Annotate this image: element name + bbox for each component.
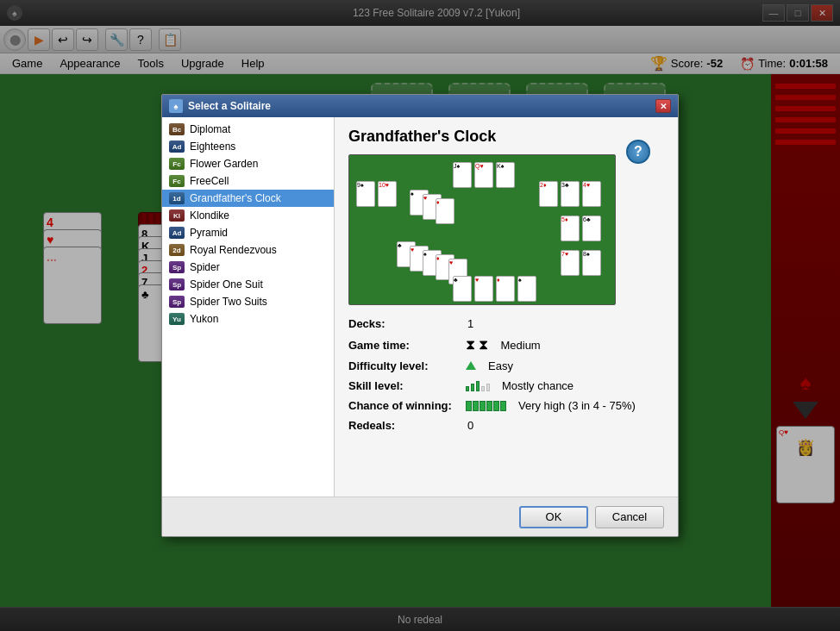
game-list-item[interactable]: 2dRoyal Rendezvous bbox=[162, 241, 334, 259]
game-detail-panel: Grandfather's Clock ? J♠ Q♥ K♠ 2♦ 3♣ 4♥ … bbox=[335, 117, 678, 497]
ok-button[interactable]: OK bbox=[519, 506, 588, 528]
stat-label-redeals: Redeals: bbox=[348, 419, 461, 432]
game-badge: Sp bbox=[169, 261, 185, 273]
preview-card: 10♥ bbox=[378, 181, 397, 207]
game-list-item[interactable]: AdEighteens bbox=[162, 138, 334, 155]
game-badge: Fc bbox=[169, 175, 185, 187]
game-list-item[interactable]: KlKlondike bbox=[162, 207, 334, 224]
game-name: Spider bbox=[190, 261, 220, 273]
game-list: BcDiplomatAdEighteensFcFlower GardenFcFr… bbox=[162, 117, 335, 497]
stat-row-skill: Skill level: Mostly chance bbox=[348, 379, 664, 392]
dialog-icon: ♠ bbox=[169, 99, 183, 113]
preview-card: K♠ bbox=[496, 162, 515, 188]
cancel-button[interactable]: Cancel bbox=[595, 506, 664, 528]
game-list-item[interactable]: SpSpider One Suit bbox=[162, 276, 334, 293]
game-name: Diplomat bbox=[190, 123, 230, 135]
stat-row-winning: Chance of winning: Very high (3 in 4 - 7… bbox=[348, 399, 664, 412]
game-name: Flower Garden bbox=[190, 158, 258, 170]
stat-label-difficulty: Difficulty level: bbox=[348, 359, 461, 372]
game-badge: Bc bbox=[169, 123, 185, 135]
game-badge: Sp bbox=[169, 296, 185, 308]
game-badge: 2d bbox=[169, 244, 185, 256]
preview-card: 9♠ bbox=[356, 181, 375, 207]
skill-bars-icon bbox=[466, 381, 490, 391]
game-list-item[interactable]: YuYukon bbox=[162, 310, 334, 328]
dialog-close-button[interactable]: ✕ bbox=[655, 99, 671, 113]
winning-bars-icon bbox=[466, 401, 506, 411]
preview-card: 4♥ bbox=[582, 181, 601, 207]
stat-row-gametime: Game time: ⧗ ⧗ Medium bbox=[348, 337, 664, 353]
game-list-item[interactable]: SpSpider Two Suits bbox=[162, 293, 334, 310]
game-list-item[interactable]: SpSpider bbox=[162, 259, 334, 276]
stat-row-difficulty: Difficulty level: Easy bbox=[348, 359, 664, 372]
game-preview-area: J♠ Q♥ K♠ 2♦ 3♣ 4♥ 5♦ 6♣ 7♥ 8♠ 9♠ 10♥ ♠ bbox=[348, 154, 616, 305]
stat-value-winning: Very high (3 in 4 - 75%) bbox=[518, 399, 636, 412]
stat-label-winning: Chance of winning: bbox=[348, 399, 461, 412]
preview-card: 5♦ bbox=[561, 216, 580, 241]
stat-value-gametime: Medium bbox=[500, 339, 540, 352]
stat-value-redeals: 0 bbox=[467, 419, 473, 432]
preview-card: ♦ bbox=[436, 198, 454, 224]
game-name: Eighteens bbox=[190, 141, 235, 153]
preview-card: 6♣ bbox=[582, 216, 601, 241]
game-name: Spider Two Suits bbox=[190, 296, 267, 308]
arrow-up-icon bbox=[466, 359, 476, 372]
preview-card: ♣ bbox=[453, 276, 472, 302]
game-name: FreeCell bbox=[190, 175, 229, 187]
game-list-item[interactable]: 1dGrandfather's Clock bbox=[162, 190, 334, 207]
preview-card: ♠ bbox=[517, 276, 536, 302]
game-name: Klondike bbox=[190, 209, 229, 222]
dialog-title-bar: ♠ Select a Solitaire ✕ bbox=[162, 95, 678, 117]
dialog-body: BcDiplomatAdEighteensFcFlower GardenFcFr… bbox=[162, 117, 678, 497]
game-name: Royal Rendezvous bbox=[190, 244, 277, 256]
stat-value-decks: 1 bbox=[467, 317, 473, 330]
preview-card: J♠ bbox=[453, 162, 472, 188]
stat-value-skill: Mostly chance bbox=[502, 379, 574, 392]
preview-card: ♥ bbox=[474, 276, 493, 302]
preview-card: 3♣ bbox=[561, 181, 580, 207]
game-list-item[interactable]: FcFreeCell bbox=[162, 172, 334, 190]
game-list-item[interactable]: FcFlower Garden bbox=[162, 155, 334, 172]
preview-card: 7♥ bbox=[561, 250, 580, 276]
preview-card: 8♠ bbox=[582, 250, 601, 276]
preview-card: Q♥ bbox=[474, 162, 493, 188]
game-stats: Decks: 1 Game time: ⧗ ⧗ Medium Difficult… bbox=[348, 317, 664, 432]
dialog-footer: OK Cancel bbox=[162, 497, 678, 536]
game-badge: Kl bbox=[169, 209, 185, 222]
stat-label-skill: Skill level: bbox=[348, 379, 461, 392]
preview-card: ♦ bbox=[496, 276, 515, 302]
game-badge: 1d bbox=[169, 192, 185, 204]
dialog-overlay: ♠ Select a Solitaire ✕ BcDiplomatAdEight… bbox=[0, 0, 840, 631]
stat-row-redeals: Redeals: 0 bbox=[348, 419, 664, 432]
preview-card: 2♦ bbox=[539, 181, 558, 207]
game-detail-title: Grandfather's Clock bbox=[348, 128, 664, 146]
game-badge: Ad bbox=[169, 227, 185, 239]
game-badge: Fc bbox=[169, 158, 185, 170]
stat-label-gametime: Game time: bbox=[348, 339, 461, 352]
hourglass-icon: ⧗ ⧗ bbox=[466, 337, 488, 353]
stat-value-difficulty: Easy bbox=[488, 359, 513, 372]
game-list-item[interactable]: AdPyramid bbox=[162, 224, 334, 241]
stat-row-decks: Decks: 1 bbox=[348, 317, 664, 330]
game-badge: Sp bbox=[169, 278, 185, 291]
help-button[interactable]: ? bbox=[626, 140, 650, 164]
stat-label-decks: Decks: bbox=[348, 317, 461, 330]
dialog-title: Select a Solitaire bbox=[188, 100, 655, 112]
game-list-item[interactable]: BcDiplomat bbox=[162, 121, 334, 138]
game-name: Yukon bbox=[190, 313, 218, 325]
game-name: Grandfather's Clock bbox=[190, 192, 281, 204]
game-name: Pyramid bbox=[190, 227, 228, 239]
game-name: Spider One Suit bbox=[190, 278, 263, 291]
game-badge: Yu bbox=[169, 313, 185, 325]
game-badge: Ad bbox=[169, 141, 185, 153]
select-solitaire-dialog: ♠ Select a Solitaire ✕ BcDiplomatAdEight… bbox=[161, 94, 679, 537]
